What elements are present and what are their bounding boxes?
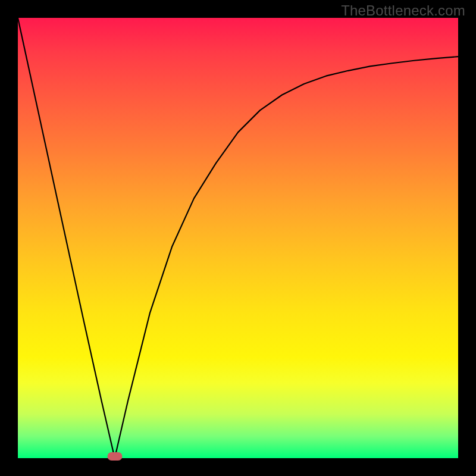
watermark-text: TheBottleneck.com bbox=[341, 2, 465, 19]
plot-area bbox=[18, 18, 458, 458]
chart-frame: TheBottleneck.com bbox=[0, 0, 476, 476]
curve-svg bbox=[18, 18, 458, 458]
bottleneck-curve-path bbox=[18, 18, 458, 458]
optimal-marker bbox=[107, 452, 122, 461]
